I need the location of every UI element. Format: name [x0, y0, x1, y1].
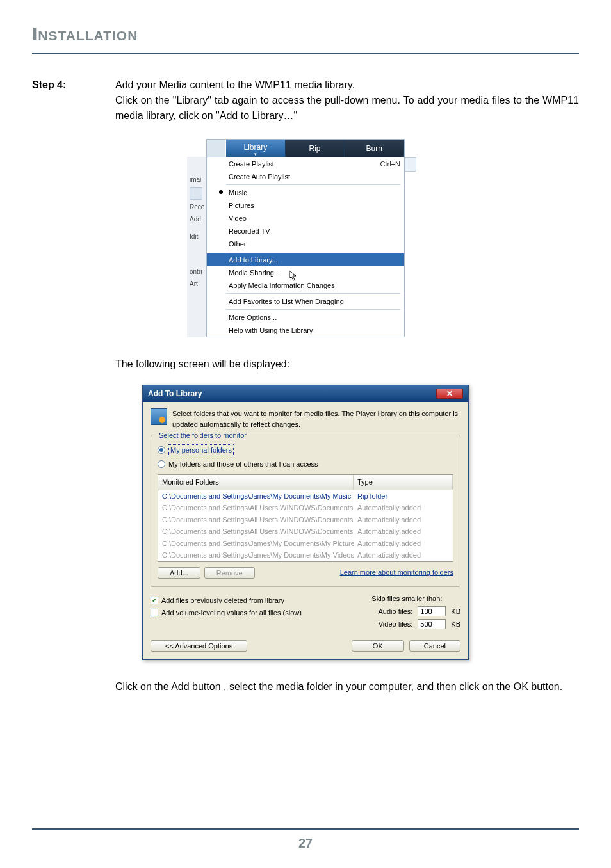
wmp-left-strip: imai Rece Add Iditi ontri Art [187, 157, 206, 337]
cell-path: C:\Documents and Settings\James\My Docum… [158, 538, 354, 550]
cell-path: C:\Documents and Settings\All Users.WIND… [158, 514, 354, 526]
page-heading: Installation [32, 19, 579, 48]
wmp-dropdown: Library ▾ Rip Burn Create Playlist Ctrl+… [206, 139, 405, 337]
learn-more-link[interactable]: Learn more about monitoring folders [340, 567, 453, 578]
radio-my-folders-and-others[interactable]: My folders and those of others that I ca… [158, 459, 453, 470]
menu-label: More Options... [229, 312, 277, 323]
ok-button[interactable]: OK [352, 640, 404, 652]
cell-path: C:\Documents and Settings\James\My Docum… [158, 490, 354, 502]
table-row[interactable]: C:\Documents and Settings\All Users.WIND… [158, 526, 453, 538]
cell-type: Automatically added [354, 538, 453, 550]
page: Installation Step 4: Add your Media cont… [0, 0, 611, 868]
remove-button[interactable]: Remove [204, 567, 255, 579]
table-row[interactable]: C:\Documents and Settings\James\My Docum… [158, 538, 453, 550]
col-monitored-folders[interactable]: Monitored Folders [158, 475, 354, 490]
menu-create-playlist[interactable]: Create Playlist Ctrl+N [207, 157, 404, 170]
table-row[interactable]: C:\Documents and Settings\James\My Docum… [158, 549, 453, 561]
menu-label: Music [229, 188, 247, 198]
menu-separator [226, 184, 400, 185]
cell-type: Rip folder [354, 490, 453, 502]
cell-type: Automatically added [354, 502, 453, 514]
close-icon: ✕ [446, 388, 453, 399]
menu-other[interactable]: Other [207, 237, 404, 250]
audio-skip-row: Audio files: KB [371, 606, 460, 617]
radio-label: My folders and those of others that I ca… [168, 459, 318, 470]
menu-separator [226, 293, 400, 294]
advanced-options-button[interactable]: << Advanced Options [151, 640, 247, 652]
menu-pictures[interactable]: Pictures [207, 199, 404, 212]
menu-add-to-library[interactable]: Add to Library... [207, 253, 404, 266]
menu-label: Pictures [229, 200, 254, 211]
wmp-tabs: Library ▾ Rip Burn [207, 140, 404, 157]
menu-create-auto-playlist[interactable]: Create Auto Playlist [207, 170, 404, 183]
group-title: Select the folders to monitor [156, 430, 249, 441]
table-row[interactable]: C:\Documents and Settings\All Users.WIND… [158, 514, 453, 526]
dialog-body: Select folders that you want to monitor … [143, 402, 468, 659]
cell-path: C:\Documents and Settings\All Users.WIND… [158, 502, 354, 514]
video-files-input[interactable] [418, 619, 446, 629]
menu-music[interactable]: Music [207, 186, 404, 199]
lower-options: ✔ Add files previously deleted from libr… [151, 593, 460, 632]
monitored-folders-table: Monitored Folders Type C:\Documents and … [158, 474, 453, 562]
menu-shortcut: Ctrl+N [380, 159, 400, 170]
library-icon [190, 187, 202, 200]
wmp-menu: Create Playlist Ctrl+N Create Auto Playl… [207, 157, 404, 337]
menu-help-library[interactable]: Help with Using the Library [207, 324, 404, 337]
tab-rip[interactable]: Rip [286, 140, 345, 157]
radio-my-personal-folders[interactable]: My personal folders [158, 444, 453, 456]
menu-media-sharing[interactable]: Media Sharing... [207, 266, 404, 279]
step-body: Add your Media content to the WMP11 medi… [115, 77, 579, 124]
table-row[interactable]: C:\Documents and Settings\All Users.WIND… [158, 502, 453, 514]
cell-type: Automatically added [354, 549, 453, 561]
audio-files-input[interactable] [418, 606, 446, 616]
footer-rule [32, 828, 579, 830]
menu-recorded-tv[interactable]: Recorded TV [207, 225, 404, 237]
menu-separator [226, 252, 400, 252]
page-number: 27 [0, 833, 611, 853]
table-row[interactable]: C:\Documents and Settings\James\My Docum… [158, 490, 453, 502]
menu-label: Video [229, 213, 247, 224]
step-line-1: Add your Media content to the WMP11 medi… [115, 77, 579, 93]
figure-wmp-menu: imai Rece Add Iditi ontri Art Library ▾ [32, 139, 579, 337]
wmp-wrapper: imai Rece Add Iditi ontri Art Library ▾ [206, 139, 405, 337]
video-files-label: Video files: [371, 619, 412, 630]
wmp-left-label: Iditi [187, 230, 206, 243]
wmp-left-label: Art [187, 278, 206, 290]
cell-path: C:\Documents and Settings\All Users.WIND… [158, 526, 354, 538]
menu-label: Create Auto Playlist [229, 172, 290, 182]
audio-files-label: Audio files: [371, 606, 412, 617]
add-button[interactable]: Add... [158, 567, 200, 579]
table-body: C:\Documents and Settings\James\My Docum… [158, 490, 453, 561]
checkbox-icon: ✔ [151, 597, 158, 604]
col-type[interactable]: Type [354, 475, 453, 490]
wmp-right-snippet [405, 157, 416, 172]
close-button[interactable]: ✕ [436, 389, 463, 399]
final-paragraph: Click on the Add button , select the med… [115, 679, 579, 695]
check-volume-leveling[interactable]: Add volume-leveling values for all files… [151, 607, 352, 618]
wmp-left-label: Add [187, 213, 206, 225]
cell-type: Automatically added [354, 526, 453, 538]
tab-library[interactable]: Library ▾ [226, 140, 286, 157]
step-row: Step 4: Add your Media content to the WM… [32, 77, 579, 124]
cancel-button[interactable]: Cancel [409, 640, 460, 652]
radio-label: My personal folders [168, 444, 234, 456]
tab-rip-label: Rip [309, 143, 321, 154]
menu-label: Add Favorites to List When Dragging [229, 296, 344, 307]
library-icon [151, 408, 167, 425]
dialog-footer: << Advanced Options OK Cancel [151, 640, 460, 652]
video-skip-row: Video files: KB [371, 619, 460, 630]
lower-right: Skip files smaller than: Audio files: KB… [371, 593, 460, 632]
wmp-left-label: imai [187, 173, 206, 186]
kb-label: KB [451, 606, 460, 617]
menu-video[interactable]: Video [207, 212, 404, 225]
figure-add-to-library: Add To Library ✕ Select folders that you… [32, 385, 579, 660]
tab-burn[interactable]: Burn [345, 140, 404, 157]
menu-apply-media-info[interactable]: Apply Media Information Changes [207, 279, 404, 292]
menu-add-favorites[interactable]: Add Favorites to List When Dragging [207, 295, 404, 308]
cell-type: Automatically added [354, 514, 453, 526]
folders-group: Select the folders to monitor My persona… [151, 435, 460, 587]
menu-label: Other [229, 239, 247, 250]
radio-icon [158, 460, 165, 468]
menu-more-options[interactable]: More Options... [207, 311, 404, 324]
check-add-deleted[interactable]: ✔ Add files previously deleted from libr… [151, 595, 352, 606]
